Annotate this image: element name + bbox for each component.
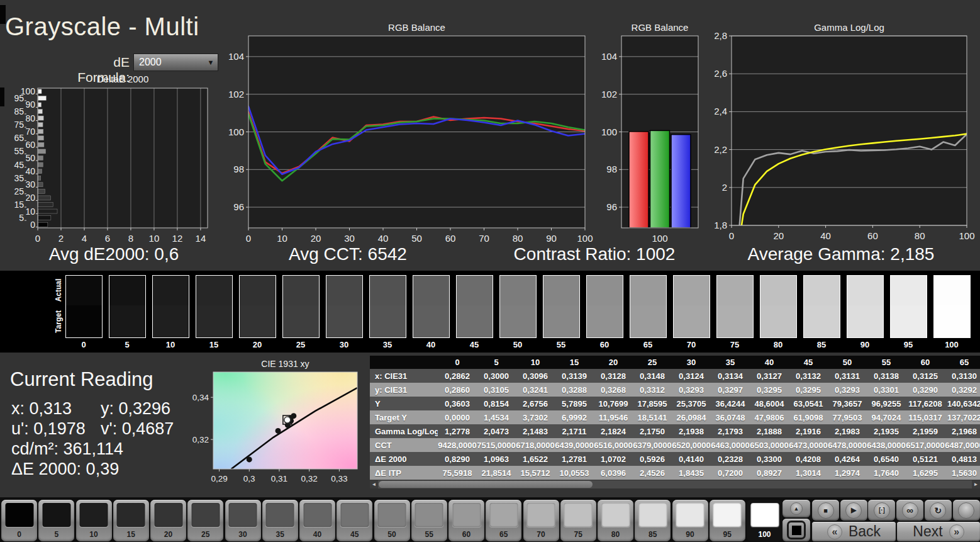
swatch-level-label: 55 (543, 340, 580, 349)
table-cell: 17,8595 (633, 397, 672, 410)
pattern-window-button[interactable] (782, 519, 810, 541)
svg-text:40: 40 (820, 230, 831, 241)
pattern-button-100[interactable]: 100 (747, 500, 782, 541)
table-cell: 6478,0000 (828, 438, 867, 452)
pattern-chip (42, 503, 70, 527)
stop-button[interactable]: ■ (812, 500, 839, 521)
swatch-actual-half (457, 276, 493, 305)
de-formula-dropdown[interactable]: 2000 ▼ (133, 54, 218, 71)
table-cell: 1,2974 (828, 466, 867, 480)
page-title: Grayscale - Multi (5, 13, 199, 41)
grayscale-swatch (326, 275, 363, 338)
pattern-button-85[interactable]: 85 (635, 500, 671, 541)
pattern-chip (564, 503, 593, 527)
play-button[interactable]: ▶ (840, 500, 867, 521)
next-button-label: Next (913, 523, 942, 540)
svg-text:RGB Balance: RGB Balance (632, 22, 689, 33)
grayscale-swatch (456, 275, 493, 338)
svg-text:50: 50 (411, 233, 422, 243)
table-cell: 0,3312 (633, 383, 672, 397)
svg-text:85: 85 (14, 106, 24, 116)
pattern-button-30[interactable]: 30 (225, 500, 261, 541)
grayscale-swatch (890, 275, 927, 338)
table-cell: 0,3125 (906, 369, 945, 383)
pattern-button-90[interactable]: 90 (672, 500, 708, 541)
pattern-button-label: 95 (710, 530, 745, 539)
pattern-button-40[interactable]: 40 (299, 500, 335, 541)
pattern-button-75[interactable]: 75 (560, 500, 596, 541)
svg-text:100: 100 (21, 86, 36, 96)
arrow-up-icon: ▲ (790, 502, 803, 515)
pattern-button-95[interactable]: 95 (710, 500, 745, 541)
swatch-level-label: 45 (456, 340, 493, 349)
svg-text:0: 0 (246, 233, 251, 243)
chevron-right-icon: » (949, 524, 964, 539)
svg-text:60: 60 (445, 233, 456, 243)
svg-text:8: 8 (128, 233, 133, 243)
pattern-button-80[interactable]: 80 (598, 500, 633, 541)
table-row: x: CIE310,28620,30000,30960,31390,31280,… (370, 369, 980, 383)
swatch-target-half (674, 305, 710, 337)
pattern-chip (415, 503, 443, 527)
pattern-button-5[interactable]: 5 (38, 500, 74, 541)
table-cell: 0,3268 (594, 383, 633, 397)
pattern-button-10[interactable]: 10 (76, 500, 112, 541)
table-cell: 25,3705 (672, 397, 711, 410)
table-cell: 0,3134 (711, 369, 750, 383)
refresh-button[interactable]: ↻ (925, 500, 952, 521)
swatch-target-half (196, 305, 232, 337)
table-cell: 2,6756 (516, 397, 555, 410)
pattern-button-70[interactable]: 70 (523, 500, 559, 541)
grayscale-swatch (152, 275, 189, 338)
table-row: ΔE ITP75,591821,851415,571210,05536,0396… (370, 466, 980, 480)
table-header-cell: 35 (711, 356, 750, 369)
pattern-button-15[interactable]: 15 (113, 500, 149, 541)
svg-text:100: 100 (959, 230, 974, 241)
swatch-actual-half (934, 276, 970, 305)
svg-text:2: 2 (58, 233, 64, 243)
table-cell: 6503,0000 (750, 438, 789, 452)
svg-text:20: 20 (773, 230, 784, 241)
pattern-button-0[interactable]: 0 (1, 500, 37, 541)
table-cell: 0,3292 (945, 383, 980, 397)
pattern-button-20[interactable]: 20 (150, 500, 186, 541)
svg-text:100: 100 (652, 233, 667, 243)
table-scrollbar[interactable]: ◄ ► (370, 480, 980, 488)
table-cell: 1,0963 (477, 452, 516, 466)
scrollbar-left-arrow[interactable]: ◄ (370, 480, 378, 488)
table-cell: 6517,0000 (906, 438, 945, 452)
scrollbar-thumb[interactable] (379, 481, 593, 488)
grayscale-swatch (196, 275, 233, 338)
swatch-level-label: 30 (326, 340, 363, 349)
scrollbar-right-arrow[interactable]: ► (972, 480, 980, 488)
table-cell: 2,1824 (594, 424, 633, 438)
next-button[interactable]: Next » (897, 522, 980, 541)
pattern-button-55[interactable]: 55 (411, 500, 447, 541)
table-cell: 0,3603 (438, 397, 477, 410)
svg-text:15: 15 (14, 200, 24, 210)
pattern-button-45[interactable]: 45 (337, 500, 372, 541)
step-button[interactable]: [·] (868, 500, 895, 521)
pattern-button-50[interactable]: 50 (374, 500, 410, 541)
loop-infinite-button[interactable]: ∞ (896, 500, 923, 521)
swatch-actual-half (240, 276, 276, 305)
back-button[interactable]: « Back (812, 522, 896, 541)
table-corner-cell (370, 356, 438, 369)
table-row-label: Gamma Log/Log (370, 424, 438, 438)
pattern-button-25[interactable]: 25 (187, 500, 223, 541)
swatch-actual-half (674, 276, 710, 305)
pattern-button-60[interactable]: 60 (448, 500, 484, 541)
grayscale-swatch (239, 275, 276, 338)
scroll-up-button[interactable]: ▲ (782, 500, 810, 517)
table-cell: 0,8154 (477, 397, 516, 410)
table-row: Target Y0,00001,45343,73026,999211,95461… (370, 410, 980, 424)
blank-button[interactable] (953, 500, 980, 521)
pattern-button-65[interactable]: 65 (486, 500, 521, 541)
refresh-icon: ↻ (930, 502, 946, 519)
swatch-level-label: 20 (239, 340, 276, 349)
table-row-label: Target Y (370, 410, 438, 424)
pattern-button-35[interactable]: 35 (262, 500, 298, 541)
swatch-target-half (847, 305, 883, 337)
pattern-button-label: 80 (598, 530, 633, 539)
reading-u-prime: u': 0,1978 (11, 419, 86, 439)
